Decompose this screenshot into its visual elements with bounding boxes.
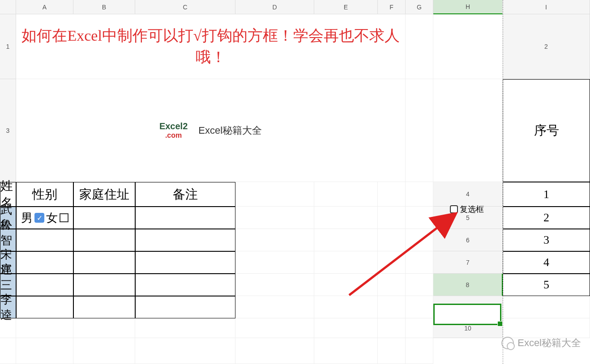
row-header-10[interactable]: 10: [433, 318, 503, 338]
checkbox-empty-icon[interactable]: [60, 213, 68, 222]
table-header-note[interactable]: 备注: [135, 182, 235, 207]
checkbox-icon[interactable]: [450, 205, 458, 213]
row-header-8[interactable]: 8: [433, 274, 503, 296]
cell-C10[interactable]: [16, 338, 73, 364]
col-header-B[interactable]: B: [73, 0, 135, 14]
cell-F5[interactable]: [235, 229, 314, 251]
cell-H8[interactable]: [378, 296, 406, 318]
cell-I3[interactable]: [406, 182, 433, 207]
col-header-G[interactable]: G: [406, 0, 433, 14]
table-row[interactable]: [73, 296, 135, 318]
table-header-num[interactable]: 序号: [503, 79, 590, 182]
cell-E9[interactable]: [135, 318, 235, 338]
cell-I9[interactable]: [406, 318, 433, 338]
logo-merged-cell[interactable]: Excel2 .com Excel秘籍大全: [16, 79, 406, 182]
cell-F9[interactable]: [235, 318, 314, 338]
cell-I5[interactable]: [406, 229, 433, 251]
table-row[interactable]: [16, 296, 73, 318]
table-row[interactable]: [16, 274, 73, 296]
cell-G3[interactable]: [314, 182, 378, 207]
table-row[interactable]: [73, 229, 135, 251]
cell-G4[interactable]: [314, 207, 378, 229]
cell-F3[interactable]: [235, 182, 314, 207]
cell-F8[interactable]: [235, 296, 314, 318]
row-header-7[interactable]: 7: [433, 251, 503, 274]
table-row[interactable]: [73, 207, 135, 229]
cell-I4[interactable]: [406, 207, 433, 229]
cell-A9[interactable]: [503, 296, 590, 318]
table-row[interactable]: [135, 274, 235, 296]
table-row[interactable]: 3: [503, 229, 590, 251]
col-header-E[interactable]: E: [314, 0, 378, 14]
table-row[interactable]: 4: [503, 251, 590, 274]
cell-F7[interactable]: [235, 274, 314, 296]
row-header-9[interactable]: 9: [433, 296, 503, 318]
cell-H7[interactable]: [378, 274, 406, 296]
col-header-D[interactable]: D: [235, 0, 314, 14]
cell-F6[interactable]: [235, 251, 314, 274]
cell-H1[interactable]: [406, 14, 433, 79]
cell-B10[interactable]: [0, 338, 16, 364]
cell-E10[interactable]: [135, 338, 235, 364]
cell-G8[interactable]: [314, 296, 378, 318]
cell-G6[interactable]: [314, 251, 378, 274]
select-all-corner[interactable]: [0, 0, 16, 14]
cell-D9[interactable]: [73, 318, 135, 338]
cell-G7[interactable]: [314, 274, 378, 296]
cell-H3[interactable]: [378, 182, 406, 207]
cell-H2[interactable]: [406, 79, 433, 182]
row-header-4[interactable]: 4: [433, 182, 503, 207]
table-header-gender[interactable]: 性别: [16, 182, 73, 207]
cell-H6[interactable]: [378, 251, 406, 274]
cell-G10[interactable]: [314, 338, 378, 364]
cell-D10[interactable]: [73, 338, 135, 364]
table-row[interactable]: [135, 207, 235, 229]
form-checkbox-control[interactable]: 复选框: [450, 204, 484, 215]
table-header-addr[interactable]: 家庭住址: [73, 182, 135, 207]
cell-H5[interactable]: [378, 229, 406, 251]
cell-I2[interactable]: [433, 79, 503, 182]
row-header-2[interactable]: 2: [503, 14, 590, 79]
gender-male-label: 男: [21, 210, 33, 226]
table-row[interactable]: 1: [503, 182, 590, 207]
gender-cell[interactable]: 男 ✓ 女: [16, 207, 73, 229]
table-row[interactable]: [16, 229, 73, 251]
row-header-3[interactable]: 3: [0, 79, 16, 182]
cell-G5[interactable]: [314, 229, 378, 251]
logo-excel2: Excel2 .com: [159, 121, 188, 140]
wechat-icon: [501, 337, 514, 349]
cell-H9[interactable]: [378, 318, 406, 338]
table-row[interactable]: 2: [503, 207, 590, 229]
checkbox-checked-icon[interactable]: ✓: [34, 213, 44, 223]
table-row[interactable]: 5: [503, 274, 590, 296]
cell-I10[interactable]: [406, 338, 433, 364]
cell-H10[interactable]: [378, 338, 406, 364]
cell-I8[interactable]: [406, 296, 433, 318]
table-row[interactable]: [73, 274, 135, 296]
cell-G9[interactable]: [314, 318, 378, 338]
col-header-H[interactable]: H: [433, 0, 503, 14]
col-header-F[interactable]: F: [378, 0, 406, 14]
table-row[interactable]: [135, 251, 235, 274]
cell-A10[interactable]: [503, 318, 590, 338]
cell-I1[interactable]: [433, 14, 503, 79]
cell-B9[interactable]: [0, 318, 16, 338]
cell-I7[interactable]: [406, 274, 433, 296]
row-header-1[interactable]: 1: [0, 14, 16, 79]
title-merged-cell[interactable]: 如何在Excel中制作可以打√打钩的方框！学会再也不求人哦！: [16, 14, 406, 79]
col-header-C[interactable]: C: [135, 0, 235, 14]
cell-F4[interactable]: [235, 207, 314, 229]
cell-C9[interactable]: [16, 318, 73, 338]
table-row[interactable]: [73, 251, 135, 274]
cell-F10[interactable]: [235, 338, 314, 364]
col-header-I[interactable]: I: [503, 0, 590, 14]
spreadsheet-grid: A B C D E F G H I 1 如何在Excel中制作可以打√打钩的方框…: [0, 0, 590, 364]
table-row[interactable]: [135, 229, 235, 251]
cell-H4[interactable]: [378, 207, 406, 229]
table-row[interactable]: [135, 296, 235, 318]
cell-I6[interactable]: [406, 251, 433, 274]
table-row[interactable]: [16, 251, 73, 274]
table-row[interactable]: 李逵: [0, 296, 16, 318]
row-header-6[interactable]: 6: [433, 229, 503, 251]
col-header-A[interactable]: A: [16, 0, 73, 14]
